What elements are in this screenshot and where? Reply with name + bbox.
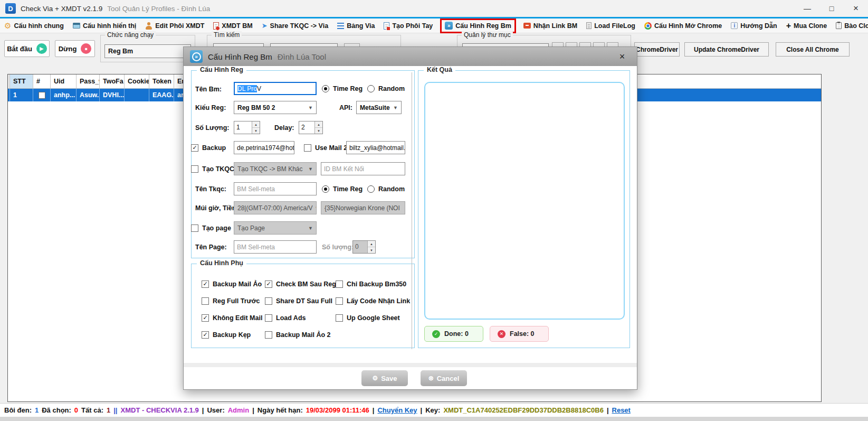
checkbox-icon[interactable] [202, 280, 209, 288]
cancel-button[interactable]: ⊗ Cancel [421, 370, 467, 386]
stop-button[interactable]: Dừng ■ [55, 40, 95, 57]
khong-edit-mail-checkbox[interactable]: Không Edit Mail [202, 311, 262, 324]
reset-link[interactable]: Reset [612, 406, 631, 414]
chromedriver-button[interactable]: ChromeDriver [634, 42, 680, 57]
update-chromedriver-button[interactable]: Update ChromeDriver [684, 42, 769, 57]
checkbox-icon[interactable] [336, 280, 343, 288]
user-label: User: [207, 406, 224, 414]
toolbar-item-share-tkqc-via[interactable]: ➤ Share TKQC -> Via [262, 22, 328, 30]
column-header-cookie[interactable]: Cookie [125, 74, 149, 88]
radio-icon[interactable] [367, 85, 375, 92]
maximize-button[interactable]: □ [819, 0, 844, 17]
toolbar-item-edit-phoi-xmdt[interactable]: Edit Phôi XMDT [145, 22, 204, 30]
toolbar-item-cau-hinh-chung[interactable]: ⚙ Cấu hình chung [4, 21, 64, 31]
result-output-box[interactable] [424, 82, 625, 320]
checkbox-icon[interactable] [336, 314, 343, 322]
toolbar-item-bang-via[interactable]: Bảng Via [337, 22, 375, 30]
so-luong-stepper[interactable]: 1 ▲▼ [234, 121, 260, 134]
checkbox-icon[interactable] [191, 165, 198, 173]
close-all-chrome-button[interactable]: Close All Chrome [776, 42, 850, 57]
up-arrow-icon[interactable]: ▲ [315, 121, 322, 128]
tao-page-checkbox[interactable]: Tạo page [191, 221, 231, 235]
chi-backup-bm350-checkbox[interactable]: Chỉ Backup Bm350 [336, 277, 406, 291]
time-reg-radio[interactable]: Time Reg [322, 82, 363, 95]
checkbox-icon[interactable] [265, 331, 272, 339]
radio-icon[interactable] [322, 85, 329, 92]
toolbar-label: Nhận Link BM [533, 22, 577, 30]
toolbar-item-mua-clone[interactable]: + Mua Clone [786, 21, 827, 31]
start-button[interactable]: Bắt đầu ▶ [4, 40, 50, 57]
toolbar-item-cau-hinh-mo-chrome[interactable]: Cấu Hình Mở Chrome [644, 22, 722, 30]
list-icon [337, 23, 344, 29]
chuyen-key-link[interactable]: Chuyển Key [377, 406, 417, 414]
dialog-reg-bm-icon: » [190, 50, 203, 63]
checkbox-icon[interactable] [304, 144, 311, 152]
mail2-email-input[interactable]: biltz_xylia@hotmail.c [346, 141, 405, 154]
function-run-select[interactable]: Reg Bm [104, 44, 191, 58]
checkbox-icon[interactable] [191, 224, 198, 232]
ten-page-input[interactable]: BM Sell-meta [234, 240, 317, 254]
dialog-close-button[interactable]: × [614, 51, 631, 62]
minimize-button[interactable]: — [795, 0, 819, 17]
tkqc-random-radio[interactable]: Random [367, 182, 405, 195]
toolbar-item-tao-phoi-tay[interactable]: Tạo Phôi Tay [384, 22, 433, 30]
checkbox-icon[interactable] [265, 280, 272, 288]
timezone-select: 28|(GMT-07:00) America/V ▼ [234, 201, 317, 214]
stepper-arrows[interactable]: ▲▼ [252, 121, 260, 134]
toolbar-item-cau-hinh-hien-thi[interactable]: Cấu hình hiển thị [73, 22, 136, 30]
checkbox-icon[interactable] [336, 297, 343, 305]
backup-checkbox[interactable]: Backup [191, 141, 226, 154]
toolbar-item-load-filelog[interactable]: Load FileLog [586, 22, 635, 30]
lay-code-nhan-link-checkbox[interactable]: Lấy Code Nhận Link [336, 294, 410, 307]
checkbox-icon[interactable] [265, 314, 272, 322]
backup-mail-ao-2-checkbox[interactable]: Backup Mail Ảo 2 [265, 328, 331, 341]
column-header-password[interactable]: Pass_wo [77, 74, 100, 88]
column-header-stt[interactable]: STT [10, 74, 33, 88]
tkqc-time-reg-radio[interactable]: Time Reg [322, 182, 363, 195]
delay-stepper[interactable]: 2 ▲▼ [299, 121, 323, 134]
save-button[interactable]: ⚙ Save [361, 370, 408, 386]
ten-tkqc-input[interactable]: BM Sell-meta [234, 182, 317, 195]
api-select[interactable]: MetaSuite ▼ [356, 101, 402, 114]
close-button[interactable]: × [844, 0, 868, 17]
up-arrow-icon[interactable]: ▲ [252, 121, 260, 128]
toolbar-item-huong-dan[interactable]: i Hướng Dẫn [731, 22, 777, 30]
radio-icon[interactable] [322, 185, 329, 193]
down-arrow-icon[interactable]: ▼ [315, 128, 322, 134]
chevron-down-icon: ▼ [306, 226, 313, 231]
check-bm-sau-reg-checkbox[interactable]: Check BM Sau Reg [265, 277, 336, 291]
start-label: Bắt đầu [7, 45, 32, 53]
row-checkbox[interactable] [39, 92, 45, 99]
tao-tkqc-checkbox[interactable]: Tạo TKQC [191, 162, 234, 175]
column-header-uid[interactable]: Uid [51, 74, 77, 88]
toolbar-label: Cấu Hình Mở Chrome [654, 22, 722, 30]
kieu-reg-select[interactable]: Reg BM 50 2 ▼ [234, 101, 317, 114]
tao-tkqc-label: Tạo TKQC [202, 165, 234, 173]
use-mail2-checkbox[interactable]: Use Mail 2 [304, 141, 347, 154]
column-header-token[interactable]: Token [149, 74, 174, 88]
backup-email-input[interactable]: de.petrina1974@hotr [234, 141, 294, 154]
toolbar-item-nhan-link-bm[interactable]: Nhận Link BM [523, 22, 577, 30]
up-google-sheet-checkbox[interactable]: Up Google Sheet [336, 311, 400, 324]
id-bm-ket-noi-input[interactable]: ID BM Kết Nối [321, 162, 405, 175]
toolbar-item-bao-clone[interactable]: Bào Clone [836, 22, 868, 30]
load-ads-checkbox[interactable]: Load Ads [265, 311, 306, 324]
share-dt-sau-full-checkbox[interactable]: Share DT Sau Full [265, 294, 332, 307]
reg-full-truoc-checkbox[interactable]: Reg Full Trước [202, 294, 260, 307]
column-header-check[interactable]: # [33, 74, 51, 88]
checkbox-icon[interactable] [265, 297, 272, 305]
checkbox-icon[interactable] [191, 144, 198, 152]
stepper-arrows[interactable]: ▲▼ [314, 121, 322, 134]
ten-bm-input[interactable]: DL ProV [234, 82, 317, 95]
backup-kep-checkbox[interactable]: Backup Kẹp [202, 328, 251, 341]
dialog-title-bar[interactable]: » Cấu Hình Reg Bm Đình Lúa Tool × [184, 47, 637, 66]
checkbox-icon[interactable] [202, 331, 209, 339]
random-radio[interactable]: Random [367, 82, 405, 95]
checkbox-icon[interactable] [202, 297, 209, 305]
column-header-twofa[interactable]: TwoFa [100, 74, 125, 88]
down-arrow-icon[interactable]: ▼ [252, 128, 260, 134]
radio-icon[interactable] [367, 185, 375, 193]
toolbar-item-xmdt-bm[interactable]: XMDT BM [213, 22, 252, 30]
checkbox-icon[interactable] [202, 314, 209, 322]
backup-mail-ao-checkbox[interactable]: Backup Mail Ảo [202, 277, 262, 291]
